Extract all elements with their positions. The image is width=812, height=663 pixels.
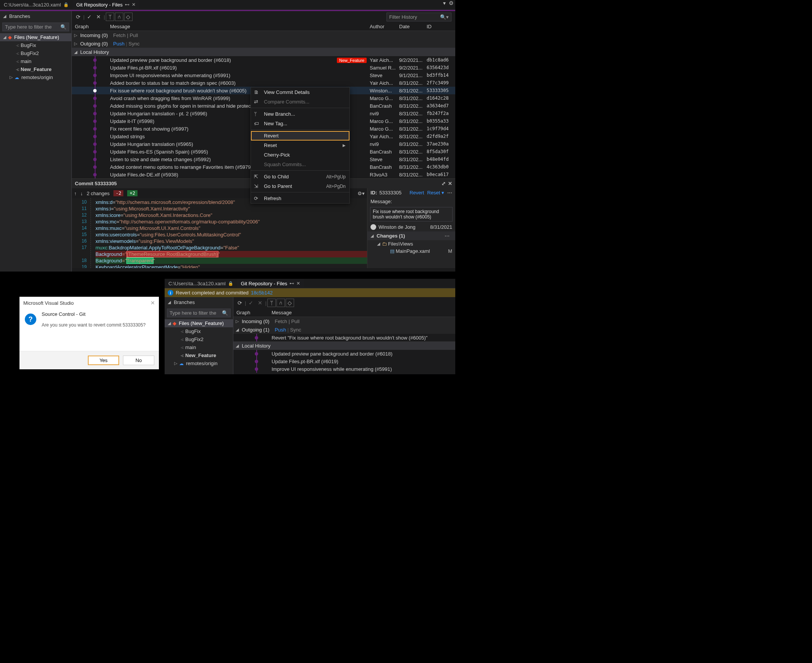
section-local-history[interactable]: ◢ Local History bbox=[72, 48, 455, 56]
refresh-icon[interactable]: ⟳ bbox=[74, 13, 82, 21]
reset-link[interactable]: Reset ▾ bbox=[427, 190, 444, 196]
pull-link[interactable]: Pull bbox=[291, 319, 299, 324]
revert-link[interactable]: Revert bbox=[409, 190, 424, 196]
branch-main[interactable]: ⑂main bbox=[165, 343, 233, 351]
push-link[interactable]: Push bbox=[275, 327, 286, 333]
dialog-titlebar[interactable]: Microsoft Visual Studio ✕ bbox=[19, 297, 159, 309]
up-arrow-icon[interactable]: ↑ bbox=[74, 191, 77, 196]
branch-remotes[interactable]: ▷☁remotes/origin bbox=[0, 73, 71, 81]
section-incoming[interactable]: ▷Incoming (0)Fetch | Pull bbox=[233, 317, 455, 325]
commit-row[interactable]: Revert "Fix issue where root background … bbox=[233, 334, 455, 341]
tab-git-repository[interactable]: Git Repository - Files ⊷ ✕ bbox=[237, 279, 304, 288]
check-icon[interactable]: ✓ bbox=[85, 13, 94, 21]
tag-icon[interactable]: ◇ bbox=[124, 13, 133, 21]
changes-tree: ◢🗀 Files\Views ▤ MainPage.xamlM bbox=[367, 240, 455, 255]
branch-bugfix2[interactable]: ⑂BugFix2 bbox=[0, 49, 71, 57]
branches-search-input[interactable]: Type here to filter the 🔍 bbox=[167, 309, 231, 317]
commit-row[interactable]: Update Files.pt-BR.xlf (#6019) bbox=[233, 357, 455, 365]
fetch-link[interactable]: Fetch bbox=[275, 319, 287, 324]
dropdown-icon[interactable]: ▾ bbox=[443, 0, 446, 9]
info-commit-link[interactable]: 18c5b142 bbox=[251, 290, 273, 296]
ctx-reset[interactable]: Reset▶ bbox=[251, 141, 349, 150]
branch-icon: ⑂ bbox=[180, 354, 185, 357]
branch-icon[interactable]: ᛘ bbox=[267, 299, 276, 307]
filter-history-input[interactable]: Filter History 🔍▾ bbox=[387, 13, 451, 21]
branch-new-feature[interactable]: ⑂New_Feature bbox=[0, 65, 71, 73]
ctx-refresh[interactable]: ⟳Refresh bbox=[251, 194, 349, 203]
file-name: MainPage.xaml bbox=[396, 248, 430, 254]
tag-icon[interactable]: ◇ bbox=[286, 299, 294, 307]
filter-placeholder: Filter History bbox=[389, 14, 417, 20]
pin-icon[interactable]: ⊷ bbox=[290, 281, 294, 286]
sync-link[interactable]: Sync bbox=[290, 327, 301, 333]
col-graph[interactable]: Graph bbox=[233, 310, 272, 315]
branch-current[interactable]: ◢ ◆ Files (New_Feature) bbox=[0, 33, 71, 41]
fetch-link[interactable]: Fetch bbox=[113, 32, 126, 38]
maximize-icon[interactable]: ⤢ bbox=[442, 181, 446, 186]
col-id[interactable]: ID bbox=[427, 24, 455, 29]
commit-row[interactable]: Improve UI responsiveness while enumerat… bbox=[72, 71, 455, 79]
merge-icon[interactable]: ⑃ bbox=[115, 13, 123, 21]
close-icon[interactable]: ✕ bbox=[448, 181, 452, 186]
col-graph[interactable]: Graph bbox=[72, 24, 110, 29]
close-icon[interactable]: ✕ bbox=[150, 300, 155, 306]
ctx-revert[interactable]: Revert bbox=[251, 131, 349, 141]
section-incoming[interactable]: ▷ Incoming (0) Fetch | Pull bbox=[72, 31, 455, 39]
close-icon[interactable]: ✕ bbox=[296, 281, 300, 286]
check-icon[interactable]: ✓ bbox=[247, 299, 255, 307]
gear-icon[interactable]: ⚙ bbox=[449, 0, 454, 9]
more-icon[interactable]: ⋯ bbox=[447, 190, 452, 196]
ctx-go-parent[interactable]: ⇲Go to ParentAlt+PgDn bbox=[251, 181, 349, 191]
commit-date: 8/31/202... bbox=[399, 141, 427, 147]
branch-bugfix[interactable]: ⑂BugFix bbox=[165, 327, 233, 335]
branch-icon[interactable]: ᛘ bbox=[106, 13, 114, 21]
pin-icon[interactable]: ⊷ bbox=[125, 2, 129, 7]
file-row[interactable]: ▤ MainPage.xamlM bbox=[367, 247, 455, 255]
sync-link[interactable]: Sync bbox=[129, 41, 140, 47]
merge-icon[interactable]: ⑃ bbox=[277, 299, 285, 307]
ctx-view-details[interactable]: 🗎View Commit Details bbox=[251, 87, 349, 97]
commit-row[interactable]: Updated preview pane background and bord… bbox=[72, 56, 455, 64]
close-icon[interactable]: ✕ bbox=[132, 2, 136, 7]
branch-current[interactable]: ◢◆Files (New_Feature) bbox=[165, 319, 233, 327]
col-author[interactable]: Author bbox=[370, 24, 399, 29]
tab-git-repository[interactable]: Git Repository - Files ⊷ ✕ bbox=[73, 0, 139, 9]
branches-search-input[interactable]: Type here to filter the 🔍 bbox=[2, 23, 69, 31]
more-icon[interactable]: ⋯ bbox=[445, 233, 452, 239]
ctx-cherry-pick[interactable]: Cherry-Pick bbox=[251, 150, 349, 160]
branch-new-feature[interactable]: ⑂New_Feature bbox=[165, 351, 233, 359]
branches-header[interactable]: ◢ Branches bbox=[0, 11, 71, 21]
commit-row[interactable]: Updated preview pane background and bord… bbox=[233, 350, 455, 357]
commit-row[interactable]: Added border to status bar to match desi… bbox=[72, 79, 455, 87]
branches-header[interactable]: ◢ Branches bbox=[165, 297, 233, 307]
commit-row[interactable]: Update Files.pt-BR.xlf (#6019)Samuel R..… bbox=[72, 64, 455, 71]
branch-bugfix[interactable]: ⑂BugFix bbox=[0, 41, 71, 49]
x-icon[interactable]: ✕ bbox=[94, 13, 103, 21]
col-message[interactable]: Message bbox=[110, 24, 370, 29]
col-message[interactable]: Message bbox=[272, 310, 455, 315]
commit-date: 8/31/202... bbox=[399, 111, 427, 116]
gear-icon[interactable]: ⚙▾ bbox=[357, 191, 365, 196]
ctx-new-tag[interactable]: 🏷New Tag... bbox=[251, 119, 349, 128]
no-button[interactable]: No bbox=[123, 356, 154, 365]
push-link[interactable]: Push bbox=[113, 41, 125, 47]
section-outgoing[interactable]: ◢Outgoing (1)Push | Sync bbox=[233, 325, 455, 334]
tab-file[interactable]: C:\Users\ta...3ca120.xaml 🔒 bbox=[165, 279, 237, 288]
yes-button[interactable]: Yes bbox=[88, 356, 119, 365]
x-icon[interactable]: ✕ bbox=[256, 299, 264, 307]
section-outgoing[interactable]: ▷ Outgoing (0) Push | Sync bbox=[72, 39, 455, 48]
ctx-new-branch[interactable]: ᛘNew Branch... bbox=[251, 109, 349, 119]
section-local-history[interactable]: ◢Local History bbox=[233, 341, 455, 350]
code-diff[interactable]: 1011121314151617 1819 xmlns:d="http://sc… bbox=[72, 198, 367, 268]
branch-main[interactable]: ⑂main bbox=[0, 57, 71, 65]
tab-file[interactable]: C:\Users\ta...3ca120.xaml 🔒 bbox=[0, 0, 73, 9]
ctx-go-child[interactable]: ⇱Go to ChildAlt+PgUp bbox=[251, 172, 349, 181]
folder-row[interactable]: ◢🗀 Files\Views bbox=[367, 240, 455, 247]
commit-row[interactable]: Improve UI responsiveness while enumerat… bbox=[233, 365, 455, 373]
refresh-icon[interactable]: ⟳ bbox=[236, 299, 244, 307]
branch-remotes[interactable]: ▷☁remotes/origin bbox=[165, 359, 233, 367]
pull-link[interactable]: Pull bbox=[129, 32, 138, 38]
branch-bugfix2[interactable]: ⑂BugFix2 bbox=[165, 335, 233, 343]
down-arrow-icon[interactable]: ↓ bbox=[81, 191, 83, 196]
col-date[interactable]: Date bbox=[399, 24, 427, 29]
